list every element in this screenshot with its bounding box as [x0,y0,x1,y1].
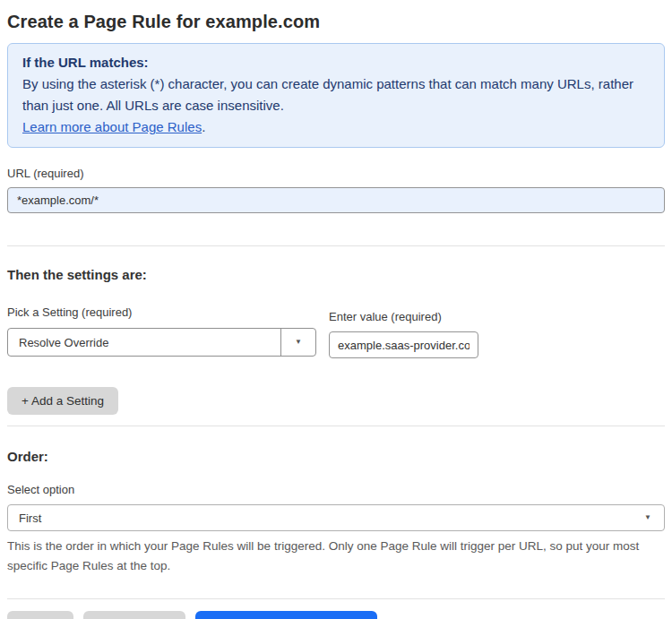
info-banner-heading: If the URL matches: [22,52,650,73]
url-input[interactable] [7,187,665,213]
page-title: Create a Page Rule for example.com [7,0,665,43]
chevron-down-icon: ▼ [295,339,302,346]
setting-select[interactable]: Resolve Override ▼ [7,328,316,357]
save-as-draft-button[interactable]: Save as Draft [83,611,185,619]
url-match-info-banner: If the URL matches: By using the asteris… [7,43,665,148]
save-and-deploy-button[interactable]: Save and Deploy Page Rule [195,611,378,619]
settings-row: Pick a Setting (required) Resolve Overri… [7,304,665,358]
setting-value-label: Enter value (required) [329,310,442,323]
order-select-value: First [8,512,644,525]
page-rule-form: Create a Page Rule for example.com If th… [0,0,672,619]
setting-select-group: Pick a Setting (required) Resolve Overri… [7,304,316,357]
learn-more-link[interactable]: Learn more about Page Rules [22,119,202,134]
cancel-button[interactable]: Cancel [7,611,73,619]
order-help-text: This is the order in which your Page Rul… [7,537,652,576]
url-label: URL (required) [7,167,665,180]
setting-select-caret-cell[interactable]: ▼ [280,329,315,356]
divider [7,598,665,599]
link-suffix: . [202,119,205,134]
footer-actions: Cancel Save as Draft Save and Deploy Pag… [7,611,665,619]
divider [7,426,665,426]
setting-select-value: Resolve Override [8,336,280,349]
order-select[interactable]: First ▼ [7,504,665,531]
order-section-heading: Order: [7,449,665,464]
setting-value-input[interactable] [329,331,478,358]
add-setting-button[interactable]: + Add a Setting [7,387,118,415]
info-banner-body: By using the asterisk (*) character, you… [22,76,633,113]
setting-value-group: Enter value (required) [329,308,478,358]
settings-section-heading: Then the settings are: [7,267,665,282]
chevron-down-icon: ▼ [644,514,651,521]
order-select-label: Select option [7,483,665,496]
setting-select-label: Pick a Setting (required) [7,305,132,319]
divider [7,245,665,246]
